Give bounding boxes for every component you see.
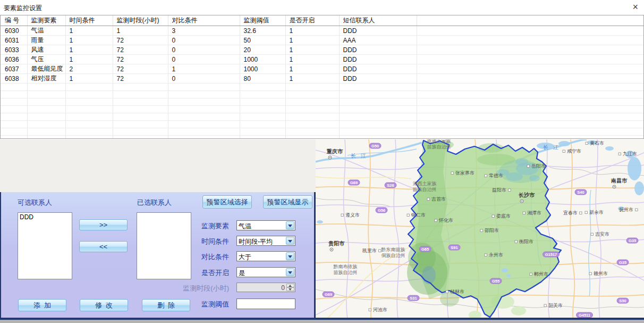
warn-area-select-button[interactable]: 预警区域选择 <box>202 195 252 209</box>
column-header[interactable]: 短信联系人 <box>339 15 417 26</box>
table-cell <box>417 64 643 74</box>
list-item[interactable]: DDD <box>20 213 70 221</box>
map-city-label: 贵阳市 <box>328 241 345 246</box>
table-cell <box>417 84 643 91</box>
table-cell <box>339 91 417 98</box>
hunan-map[interactable]: 长 江长 江恩施土家族苗族自治州湘西土家族苗族自治州黔东南苗族侗族自治州黔南布依… <box>316 139 644 318</box>
table-cell <box>285 113 339 121</box>
close-icon[interactable]: × <box>632 2 638 12</box>
table-cell <box>65 136 113 139</box>
road-badge-label: S50 <box>619 299 626 303</box>
threshold-input[interactable] <box>236 299 295 309</box>
compare-condition-select[interactable]: 大于 <box>236 251 295 261</box>
table-cell <box>240 91 285 98</box>
compare-condition-label: 对比条件 <box>165 252 229 262</box>
table-cell <box>1 84 27 91</box>
table-cell <box>65 106 113 113</box>
enabled-select[interactable]: 是 <box>236 267 295 277</box>
delete-button[interactable]: 删 除 <box>142 299 190 311</box>
table-cell <box>339 106 417 113</box>
chevron-down-icon[interactable] <box>286 252 294 260</box>
road-badge-label: G69 <box>350 180 358 185</box>
spin-down-button[interactable] <box>286 287 294 291</box>
move-right-button[interactable]: >> <box>79 219 128 230</box>
table-row[interactable]: 6033风速1720201DDD <box>1 45 643 55</box>
map-city-label: 吉首市 <box>431 196 446 202</box>
city-marker <box>480 229 483 232</box>
table-row[interactable]: 6037最低能见度272110001DDD <box>1 64 643 74</box>
road-badge-label: G55 <box>492 279 499 284</box>
lake <box>634 181 644 195</box>
column-header[interactable]: 监测阈值 <box>240 15 285 26</box>
road-badge-label: G35 <box>629 238 636 243</box>
table-cell: 风速 <box>27 45 65 55</box>
table-cell: 6038 <box>1 74 27 84</box>
column-header[interactable]: 监测时段(小时) <box>113 15 168 26</box>
city-marker <box>523 212 526 214</box>
table-cell <box>65 98 113 106</box>
column-header[interactable]: 监测要素 <box>27 15 65 26</box>
river-label: 长 江 <box>543 144 560 150</box>
column-header[interactable]: 编 号 <box>1 15 27 26</box>
table-cell <box>417 136 643 139</box>
bottom-strip <box>0 320 644 323</box>
table-cell <box>417 106 643 113</box>
table-cell <box>168 121 240 128</box>
table-cell: 1 <box>65 26 113 36</box>
region-label: 黔南布依族苗族自治州 <box>333 264 358 275</box>
title-bar: 要素监控设置 × <box>0 0 644 15</box>
table-cell: 6036 <box>1 55 27 64</box>
road-badge-label: S40 <box>577 190 584 195</box>
table-cell: 1 <box>285 45 339 55</box>
table-row-empty <box>1 106 643 113</box>
map-panel[interactable]: 长 江长 江恩施土家族苗族自治州湘西土家族苗族自治州黔东南苗族侗族自治州黔南布依… <box>316 139 644 318</box>
table-row[interactable]: 6036气压172010001DDD <box>1 55 643 64</box>
modify-button[interactable]: 修 改 <box>80 299 128 311</box>
table-cell <box>240 136 285 139</box>
chevron-down-icon[interactable] <box>286 237 294 245</box>
road-badge-label: G65 <box>421 247 429 252</box>
move-left-button[interactable]: << <box>79 241 128 252</box>
map-city-label: 抚州市 <box>619 207 633 212</box>
spin-up-button[interactable] <box>286 284 294 287</box>
map-city-label: 南昌市 <box>611 178 628 184</box>
table-cell <box>1 136 27 139</box>
period-spinner[interactable]: 0 <box>236 283 295 292</box>
table-cell <box>417 55 643 64</box>
column-header[interactable]: 对比条件 <box>168 15 240 26</box>
table-row[interactable]: 6031雨量1720501AAA <box>1 36 643 45</box>
warn-area-show-button[interactable]: 预警区域显示 <box>263 195 312 209</box>
time-condition-select[interactable]: 时间段-平均 <box>236 236 295 246</box>
table-cell <box>285 128 339 136</box>
table-cell <box>113 91 168 98</box>
table-row-empty <box>1 113 643 121</box>
chevron-down-icon[interactable] <box>286 221 294 229</box>
lower-left-background <box>0 139 316 192</box>
column-header[interactable] <box>417 15 643 26</box>
table-cell: 72 <box>113 74 168 84</box>
table-cell <box>65 121 113 128</box>
window-title: 要素监控设置 <box>4 4 42 13</box>
add-button[interactable]: 添 加 <box>18 299 66 311</box>
map-city-label: 黄石市 <box>590 140 604 146</box>
table-cell <box>285 98 339 106</box>
available-contacts-list[interactable]: DDD <box>18 212 72 279</box>
table-cell: 1 <box>65 45 113 55</box>
element-value: 气温 <box>239 222 251 231</box>
city-marker <box>451 172 454 175</box>
column-header[interactable]: 是否开启 <box>285 15 339 26</box>
dongting-lake <box>529 175 540 181</box>
column-header[interactable]: 时间条件 <box>65 15 113 26</box>
region-label: 湘西土家族苗族自治州 <box>413 181 437 192</box>
table-row[interactable]: 6038相对湿度1720801DDD <box>1 74 643 84</box>
map-city-label: 常德市 <box>489 173 503 178</box>
map-city-label: 新余市 <box>589 210 604 215</box>
table-row[interactable]: 6030气温11332.61DDD <box>1 26 643 36</box>
map-city-label: 长沙市 <box>518 192 535 198</box>
element-select[interactable]: 气温 <box>236 220 295 230</box>
chevron-down-icon[interactable] <box>286 268 294 276</box>
map-city-label: 衡阳市 <box>519 239 533 244</box>
table-cell: 0 <box>168 55 240 64</box>
table-cell <box>65 113 113 121</box>
table-cell <box>339 84 417 91</box>
